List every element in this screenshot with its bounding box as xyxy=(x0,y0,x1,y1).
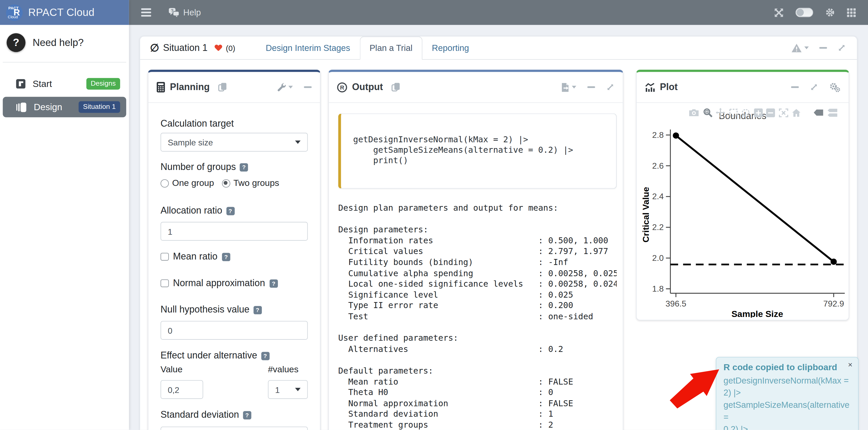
groups-radio-row: One group Two groups xyxy=(161,178,308,188)
allocation-ratio-label: Allocation ratio ? xyxy=(161,205,308,216)
help-badge-icon[interactable]: ? xyxy=(270,279,278,288)
hover-closest-icon[interactable] xyxy=(814,109,824,116)
data-point xyxy=(673,132,679,139)
one-group-radio[interactable] xyxy=(161,179,169,188)
fullscreen-icon[interactable] xyxy=(774,7,784,18)
design-icon xyxy=(16,102,26,112)
box-select-icon[interactable] xyxy=(729,108,738,117)
label-text: Null hypothesis value xyxy=(161,304,249,316)
one-group-label: One group xyxy=(172,178,214,188)
minimize-workspace-button[interactable] xyxy=(819,47,827,48)
expand-workspace-button[interactable] xyxy=(837,43,846,52)
minimize-plot-button[interactable] xyxy=(791,87,799,88)
num-values-select[interactable]: 1 xyxy=(268,380,308,399)
toast-close-button[interactable]: × xyxy=(848,360,852,369)
heart-icon[interactable] xyxy=(215,45,222,51)
minimize-planning-button[interactable] xyxy=(304,87,312,88)
effect-under-alternative-label: Effect under alternative ? xyxy=(161,350,308,361)
plot-panel: Plot Boundaries xyxy=(636,70,849,320)
help-badge-icon[interactable]: ? xyxy=(253,306,262,314)
tab-reporting[interactable]: Reporting xyxy=(423,37,478,59)
output-panel: R Output xyxy=(328,70,623,430)
plotly-modebar xyxy=(688,108,843,117)
chevron-down-icon xyxy=(288,86,293,89)
sidebar-item-start[interactable]: Start Designs xyxy=(3,74,126,94)
label-text: Number of groups xyxy=(161,162,236,173)
y-tick: 2.8 xyxy=(652,130,664,140)
number-of-groups-label: Number of groups ? xyxy=(161,162,308,173)
sidebar: PACT R Cloud RPACT Cloud ? Need help? St… xyxy=(0,0,129,430)
expand-plot-button[interactable] xyxy=(810,83,818,91)
chevron-down-icon xyxy=(804,46,809,49)
hamburger-menu-icon[interactable] xyxy=(141,8,151,16)
help-badge-icon[interactable]: ? xyxy=(226,207,235,215)
output-panel-header: R Output xyxy=(329,72,623,103)
need-help-link[interactable]: ? Need help? xyxy=(6,33,122,52)
camera-icon[interactable] xyxy=(688,108,699,117)
boundaries-plot[interactable]: 2.8 2.6 2.4 2.2 2.0 1.8 396.5 792.9 xyxy=(641,126,847,318)
hover-compare-icon[interactable] xyxy=(827,108,837,117)
export-dropdown-button[interactable] xyxy=(561,82,576,92)
help-button[interactable]: ? Help xyxy=(168,7,201,18)
sidebar-nav: Start Designs Design Situation 1 xyxy=(0,74,129,117)
question-mark-avatar: ? xyxy=(6,33,25,52)
standard-deviation-input[interactable] xyxy=(161,427,308,430)
situation-header: ∅ Situation 1 (0) xyxy=(150,37,239,59)
plot-panel-header: Plot xyxy=(637,72,849,103)
two-groups-label: Two groups xyxy=(233,178,279,188)
zoom-in-icon[interactable] xyxy=(753,108,763,117)
help-bubbles-icon: ? xyxy=(168,8,179,17)
expand-output-button[interactable] xyxy=(606,83,615,91)
sidebar-item-label: Start xyxy=(33,78,79,89)
calculation-target-label: Calculation target xyxy=(161,119,308,130)
chevron-down-icon xyxy=(295,140,301,144)
tools-dropdown-button[interactable] xyxy=(277,82,293,92)
label-text: Allocation ratio xyxy=(161,205,222,216)
zoom-icon[interactable] xyxy=(703,108,712,117)
normal-approximation-checkbox[interactable] xyxy=(161,279,169,288)
mean-ratio-label: Mean ratio xyxy=(173,251,217,262)
allocation-ratio-input[interactable] xyxy=(161,222,308,241)
null-hypothesis-label: Null hypothesis value ? xyxy=(161,304,308,316)
plot-settings-gears-icon[interactable] xyxy=(829,82,840,92)
planning-panel-header: Planning xyxy=(148,72,320,103)
two-groups-radio[interactable] xyxy=(222,179,230,188)
pan-icon[interactable] xyxy=(716,108,725,117)
copy-button[interactable] xyxy=(391,82,400,92)
topbar: ? Help xyxy=(129,0,868,25)
lasso-select-icon[interactable] xyxy=(741,108,750,117)
minimize-output-button[interactable] xyxy=(587,87,595,88)
critical-values-line xyxy=(676,135,834,262)
null-hypothesis-input[interactable] xyxy=(161,321,308,340)
help-badge-icon[interactable]: ? xyxy=(222,253,230,261)
tab-actions xyxy=(791,37,857,59)
settings-gear-icon[interactable] xyxy=(825,7,835,18)
start-icon xyxy=(16,79,25,89)
calculation-target-select[interactable]: Sample size xyxy=(161,133,308,152)
help-badge-icon[interactable]: ? xyxy=(243,411,251,419)
grid-menu-icon[interactable] xyxy=(847,8,856,17)
planning-form: Calculation target Sample size Number of… xyxy=(148,103,320,430)
help-badge-icon[interactable]: ? xyxy=(261,352,269,360)
reset-axes-home-icon[interactable] xyxy=(792,108,801,117)
theme-toggle-switch[interactable] xyxy=(795,8,813,17)
warning-triangle-icon xyxy=(791,43,802,53)
zoom-out-icon[interactable] xyxy=(766,108,775,117)
autoscale-icon[interactable] xyxy=(779,108,788,117)
effect-sublabels: Value #values xyxy=(161,365,308,375)
label-text: Effect under alternative xyxy=(161,350,257,361)
effect-value-input[interactable] xyxy=(161,380,203,399)
tab-plan-a-trial[interactable]: Plan a Trial xyxy=(360,37,423,60)
topbar-actions xyxy=(774,7,857,18)
sidebar-item-design[interactable]: Design Situation 1 xyxy=(3,97,126,117)
copy-button[interactable] xyxy=(218,82,227,92)
y-axis-label: Critical Value xyxy=(641,187,651,242)
mean-ratio-checkbox[interactable] xyxy=(161,253,169,261)
warnings-dropdown-button[interactable] xyxy=(791,43,809,53)
num-values-value: 1 xyxy=(275,385,280,394)
tab-design-interim-stages[interactable]: Design Interim Stages xyxy=(256,37,360,59)
rpact-logo-icon: PACT R Cloud xyxy=(6,4,23,21)
label-text: Standard deviation xyxy=(161,409,239,420)
help-badge-icon[interactable]: ? xyxy=(240,163,248,171)
app-viewport: PACT R Cloud RPACT Cloud ? Need help? St… xyxy=(0,0,868,430)
